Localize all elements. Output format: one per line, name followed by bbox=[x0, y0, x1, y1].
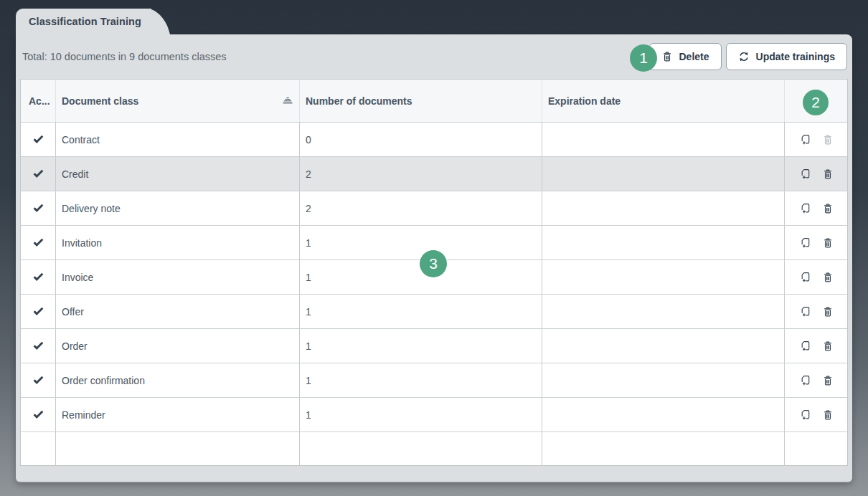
active-cell bbox=[21, 363, 56, 397]
actions-cell bbox=[785, 295, 847, 328]
actions-cell bbox=[785, 260, 847, 294]
actions-cell bbox=[785, 398, 847, 431]
tab-classification-training[interactable]: Classification Training bbox=[16, 9, 151, 34]
expiration-date-cell bbox=[542, 329, 785, 363]
document-class-cell: Contract bbox=[56, 123, 300, 156]
header-cell-document-class[interactable]: Document class bbox=[56, 80, 300, 122]
table-row[interactable]: Contract 0 bbox=[21, 123, 847, 157]
copy-training-button[interactable] bbox=[799, 305, 811, 318]
update-trainings-button[interactable]: Update trainings bbox=[726, 43, 847, 70]
refresh-icon bbox=[738, 51, 750, 62]
delete-row-button[interactable] bbox=[822, 237, 834, 249]
copy-document-icon bbox=[799, 409, 811, 421]
number-of-documents-cell: 1 bbox=[300, 295, 542, 328]
active-check-icon[interactable] bbox=[33, 203, 44, 214]
header-cell-expiration-date[interactable]: Expiration date bbox=[542, 80, 785, 122]
active-check-icon[interactable] bbox=[33, 375, 44, 386]
document-class-cell: Invitation bbox=[56, 226, 300, 259]
active-check-icon[interactable] bbox=[33, 168, 44, 180]
delete-row-button[interactable] bbox=[822, 409, 834, 421]
expiration-date-cell bbox=[542, 191, 785, 225]
table-row[interactable]: Reminder 1 bbox=[21, 398, 847, 432]
number-of-documents-cell: 1 bbox=[300, 226, 542, 259]
update-trainings-button-label: Update trainings bbox=[756, 51, 835, 62]
expiration-date-cell bbox=[542, 363, 785, 397]
copy-document-icon bbox=[799, 168, 811, 180]
delete-button[interactable]: Delete bbox=[649, 43, 722, 70]
toolbar: Total: 10 documents in 9 documents class… bbox=[16, 34, 852, 79]
actions-cell bbox=[785, 191, 847, 225]
toolbar-buttons: Delete Update trainings bbox=[649, 43, 848, 70]
copy-training-button[interactable] bbox=[799, 340, 811, 352]
active-check-icon[interactable] bbox=[33, 306, 44, 318]
delete-row-button[interactable] bbox=[822, 272, 834, 283]
delete-row-button[interactable] bbox=[822, 134, 834, 146]
table-row[interactable]: Offer 1 bbox=[21, 295, 847, 329]
active-check-icon[interactable] bbox=[33, 340, 44, 352]
document-class-cell: Reminder bbox=[56, 398, 300, 431]
actions-cell bbox=[785, 329, 847, 363]
table-row[interactable]: Credit 2 bbox=[21, 157, 847, 191]
active-check-icon[interactable] bbox=[33, 272, 44, 283]
trash-icon bbox=[822, 168, 834, 180]
table-row[interactable]: Order confirmation 1 bbox=[21, 363, 847, 398]
active-cell bbox=[21, 398, 56, 431]
copy-training-button[interactable] bbox=[799, 409, 811, 421]
copy-training-button[interactable] bbox=[799, 133, 811, 146]
active-cell bbox=[21, 226, 56, 259]
copy-document-icon bbox=[799, 133, 811, 146]
delete-row-button[interactable] bbox=[822, 375, 834, 386]
empty-row bbox=[21, 432, 847, 465]
active-cell bbox=[21, 260, 56, 294]
table-body: Contract 0 bbox=[21, 123, 847, 432]
expiration-date-cell bbox=[542, 295, 785, 328]
annotation-badge-2: 2 bbox=[803, 90, 829, 115]
delete-row-button[interactable] bbox=[822, 203, 834, 214]
delete-button-label: Delete bbox=[679, 51, 709, 62]
expiration-date-cell bbox=[542, 157, 785, 191]
active-cell bbox=[21, 329, 56, 363]
copy-document-icon bbox=[799, 202, 811, 214]
document-class-cell: Order confirmation bbox=[56, 363, 300, 397]
copy-training-button[interactable] bbox=[799, 374, 811, 386]
number-of-documents-cell: 1 bbox=[300, 398, 542, 431]
table-row[interactable]: Order 1 bbox=[21, 329, 847, 363]
copy-document-icon bbox=[799, 271, 811, 283]
active-check-icon[interactable] bbox=[33, 409, 44, 421]
documents-summary: Total: 10 documents in 9 documents class… bbox=[22, 51, 227, 62]
header-cell-active[interactable]: Ac... bbox=[21, 80, 56, 122]
table-row[interactable]: Delivery note 2 bbox=[21, 191, 847, 226]
number-of-documents-cell: 2 bbox=[300, 191, 542, 225]
copy-document-icon bbox=[799, 237, 811, 249]
expiration-date-cell bbox=[542, 398, 785, 431]
active-cell bbox=[21, 123, 56, 156]
delete-row-button[interactable] bbox=[822, 168, 834, 180]
table-header-row: Ac... Document class Number of docum bbox=[21, 80, 847, 123]
actions-cell bbox=[785, 157, 847, 191]
tab-label: Classification Training bbox=[29, 16, 141, 27]
copy-training-button[interactable] bbox=[799, 271, 811, 283]
copy-training-button[interactable] bbox=[799, 168, 811, 180]
expiration-date-cell bbox=[542, 123, 785, 156]
header-cell-number-of-documents[interactable]: Number of documents bbox=[300, 80, 542, 122]
trash-icon bbox=[661, 51, 673, 62]
trash-icon bbox=[822, 340, 834, 352]
document-class-cell: Order bbox=[56, 329, 300, 363]
copy-document-icon bbox=[799, 340, 811, 352]
document-class-cell: Credit bbox=[56, 157, 300, 191]
trash-icon bbox=[822, 375, 834, 386]
trash-icon bbox=[822, 203, 834, 214]
delete-row-button[interactable] bbox=[822, 340, 834, 352]
number-of-documents-cell: 1 bbox=[300, 329, 542, 363]
copy-document-icon bbox=[799, 374, 811, 386]
copy-training-button[interactable] bbox=[799, 202, 811, 214]
active-cell bbox=[21, 295, 56, 328]
active-check-icon[interactable] bbox=[33, 237, 44, 249]
number-of-documents-cell: 1 bbox=[300, 363, 542, 397]
active-check-icon[interactable] bbox=[33, 134, 44, 146]
active-cell bbox=[21, 191, 56, 225]
delete-row-button[interactable] bbox=[822, 306, 834, 318]
trash-icon bbox=[822, 134, 834, 146]
copy-training-button[interactable] bbox=[799, 237, 811, 249]
number-of-documents-cell: 2 bbox=[300, 157, 542, 191]
